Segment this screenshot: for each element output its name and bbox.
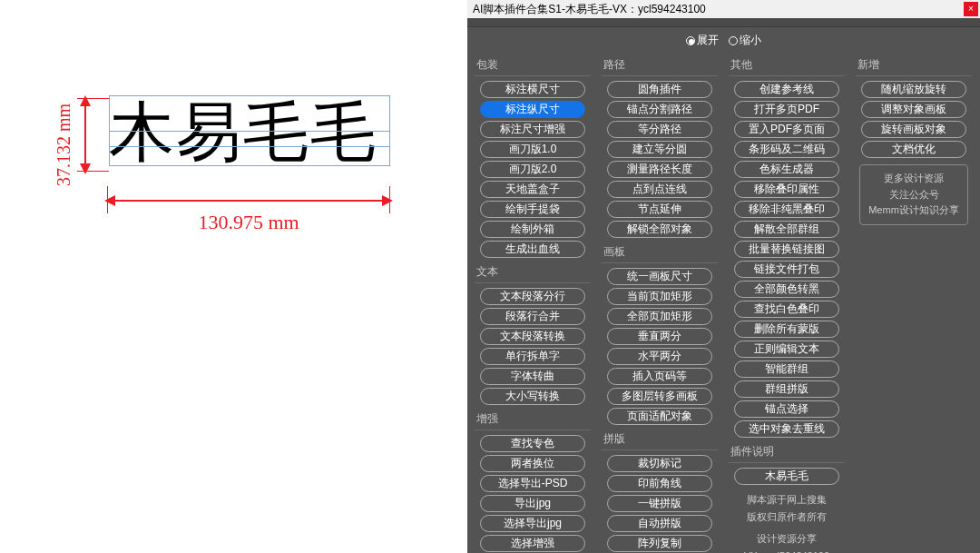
vertical-dimension-label: 37.132 mm bbox=[54, 104, 74, 186]
radio-dot-icon bbox=[686, 36, 695, 45]
pill-button[interactable]: 多图层转多画板 bbox=[607, 388, 712, 405]
pill-button[interactable]: 天地盖盒子 bbox=[480, 181, 585, 198]
horizontal-dimension-label: 130.975 mm bbox=[107, 211, 390, 234]
radio-expand[interactable]: 展开 bbox=[686, 33, 719, 48]
view-toggle-group: 展开 缩小 bbox=[467, 27, 980, 54]
pill-button[interactable]: 页面适配对象 bbox=[607, 408, 712, 425]
arrow-right-icon bbox=[382, 195, 393, 206]
canvas-area: 木易毛毛 37.132 mm 130.975 mm bbox=[0, 0, 467, 553]
pill-button[interactable]: 统一画板尺寸 bbox=[607, 268, 712, 285]
pill-button[interactable]: 段落行合并 bbox=[480, 308, 585, 325]
pill-button[interactable]: 色标生成器 bbox=[734, 161, 839, 178]
panel-titlebar[interactable]: AI脚本插件合集S1-木易毛毛-VX：ycl594243100 × bbox=[467, 0, 980, 18]
pill-button[interactable]: 解锁全部对象 bbox=[607, 221, 712, 238]
pill-button[interactable]: 生成出血线 bbox=[480, 241, 585, 258]
pill-button[interactable]: 建立等分圆 bbox=[607, 141, 712, 158]
pill-button[interactable]: 选择增强 bbox=[480, 535, 585, 552]
pill-button[interactable]: 裁切标记 bbox=[607, 455, 712, 472]
pill-button[interactable]: 标注尺寸增强 bbox=[480, 121, 585, 138]
pill-button[interactable]: 删除所有蒙版 bbox=[734, 321, 839, 338]
pill-button[interactable]: 绘制手提袋 bbox=[480, 201, 585, 218]
column-1: 包装 标注横尺寸 标注纵尺寸 标注尺寸增强 画刀版1.0 画刀版2.0 天地盖盒… bbox=[475, 54, 591, 553]
pill-button[interactable]: 选中对象去重线 bbox=[734, 420, 839, 438]
pill-button[interactable]: 锚点分割路径 bbox=[607, 101, 712, 118]
pill-button[interactable]: 当前页加矩形 bbox=[607, 288, 712, 305]
pill-button[interactable]: 选择导出-PSD bbox=[480, 475, 585, 492]
pill-button[interactable]: 置入PDF多页面 bbox=[734, 121, 839, 138]
pill-button[interactable]: 两者换位 bbox=[480, 455, 585, 472]
pill-button[interactable]: 阵列复制 bbox=[607, 535, 712, 552]
pill-button[interactable]: 标注横尺寸 bbox=[480, 81, 585, 98]
radio-dot-icon bbox=[729, 36, 738, 45]
section-title-artboard: 画板 bbox=[602, 241, 718, 263]
pill-button[interactable]: 自动拼版 bbox=[607, 515, 712, 532]
pill-button[interactable]: 旋转画板对象 bbox=[861, 121, 966, 138]
pill-button[interactable]: 画刀版2.0 bbox=[480, 161, 585, 178]
pill-button[interactable]: 批量替换链接图 bbox=[734, 241, 839, 258]
plugin-panel: AI脚本插件合集S1-木易毛毛-VX：ycl594243100 × 展开 缩小 … bbox=[467, 0, 980, 553]
pill-button[interactable]: 测量路径长度 bbox=[607, 161, 712, 178]
pill-button[interactable]: 垂直两分 bbox=[607, 328, 712, 345]
section-title-path: 路径 bbox=[602, 54, 718, 76]
pill-button[interactable]: 选择导出jpg bbox=[480, 515, 585, 532]
pill-button[interactable]: 印前角线 bbox=[607, 475, 712, 492]
section-title-other: 其他 bbox=[729, 54, 845, 76]
section-title-packaging: 包装 bbox=[475, 54, 591, 76]
pill-button[interactable]: 节点延伸 bbox=[607, 201, 712, 218]
pill-button[interactable]: 移除叠印属性 bbox=[734, 181, 839, 198]
panel-title-text: AI脚本插件合集S1-木易毛毛-VX：ycl594243100 bbox=[473, 3, 706, 15]
section-title-enhance: 增强 bbox=[475, 408, 591, 430]
pill-button[interactable]: 查找白色叠印 bbox=[734, 301, 839, 318]
pill-button[interactable]: 智能群组 bbox=[734, 360, 839, 378]
artwork-text: 木易毛毛 bbox=[109, 95, 390, 165]
pill-button[interactable]: 全部页加矩形 bbox=[607, 308, 712, 325]
section-title-new: 新增 bbox=[856, 54, 972, 76]
horizontal-dimension: 130.975 mm bbox=[107, 182, 390, 232]
pill-button[interactable]: 导出jpg bbox=[480, 495, 585, 512]
pill-button[interactable]: 群组拼版 bbox=[734, 380, 839, 398]
radio-shrink[interactable]: 缩小 bbox=[729, 33, 761, 48]
pill-button[interactable]: 绘制外箱 bbox=[480, 221, 585, 238]
resource-info-box: 更多设计资源 关注公众号 Memm设计知识分享 bbox=[859, 164, 968, 225]
pill-button[interactable]: 字体转曲 bbox=[480, 368, 585, 385]
pill-button[interactable]: 文本段落转换 bbox=[480, 328, 585, 345]
section-title-imposition: 拼版 bbox=[602, 428, 718, 450]
pill-button[interactable]: 全部颜色转黑 bbox=[734, 281, 839, 298]
pill-button[interactable]: 标注纵尺寸 bbox=[480, 101, 585, 118]
column-4: 新增 随机缩放旋转 调整对象画板 旋转画板对象 文档优化 更多设计资源 关注公众… bbox=[856, 54, 972, 553]
section-title-text: 文本 bbox=[475, 261, 591, 283]
pill-button[interactable]: 一键拼版 bbox=[607, 495, 712, 512]
close-button[interactable]: × bbox=[964, 2, 978, 16]
top-toolbar-spacer bbox=[467, 18, 980, 27]
pill-button[interactable]: 大小写转换 bbox=[480, 388, 585, 405]
pill-button[interactable]: 锚点选择 bbox=[734, 400, 839, 418]
pill-button[interactable]: 创建参考线 bbox=[734, 81, 839, 98]
pill-button[interactable]: 正则编辑文本 bbox=[734, 341, 839, 358]
section-title-plugin-desc: 插件说明 bbox=[729, 440, 845, 463]
author-button[interactable]: 木易毛毛 bbox=[734, 468, 839, 485]
pill-button[interactable]: 条形码及二维码 bbox=[734, 141, 839, 158]
pill-button[interactable]: 点到点连线 bbox=[607, 181, 712, 198]
pill-button[interactable]: 调整对象画板 bbox=[861, 101, 966, 118]
arrow-down-icon bbox=[80, 163, 91, 174]
pill-button[interactable]: 文本段落分行 bbox=[480, 288, 585, 305]
pill-button[interactable]: 打开多页PDF bbox=[734, 101, 839, 118]
selected-text-object[interactable]: 木易毛毛 bbox=[109, 95, 390, 177]
pill-button[interactable]: 随机缩放旋转 bbox=[861, 81, 966, 98]
pill-button[interactable]: 插入页码等 bbox=[607, 368, 712, 385]
pill-button[interactable]: 单行拆单字 bbox=[480, 348, 585, 365]
plugin-desc-text: 脚本源于网上搜集 版权归原作者所有 设计资源分享 VX：ycl594243100 bbox=[729, 491, 845, 553]
vertical-dimension: 37.132 mm bbox=[50, 98, 104, 171]
pill-button[interactable]: 解散全部群组 bbox=[734, 221, 839, 238]
pill-button[interactable]: 文档优化 bbox=[861, 141, 966, 158]
pill-button[interactable]: 等分路径 bbox=[607, 121, 712, 138]
pill-button[interactable]: 移除非纯黑叠印 bbox=[734, 201, 839, 218]
column-3: 其他 创建参考线 打开多页PDF 置入PDF多页面 条形码及二维码 色标生成器 … bbox=[729, 54, 845, 553]
pill-button[interactable]: 圆角插件 bbox=[607, 81, 712, 98]
pill-button[interactable]: 查找专色 bbox=[480, 435, 585, 452]
pill-button[interactable]: 链接文件打包 bbox=[734, 261, 839, 278]
pill-button[interactable]: 画刀版1.0 bbox=[480, 141, 585, 158]
pill-button[interactable]: 水平两分 bbox=[607, 348, 712, 365]
column-2: 路径 圆角插件 锚点分割路径 等分路径 建立等分圆 测量路径长度 点到点连线 节… bbox=[602, 54, 718, 553]
